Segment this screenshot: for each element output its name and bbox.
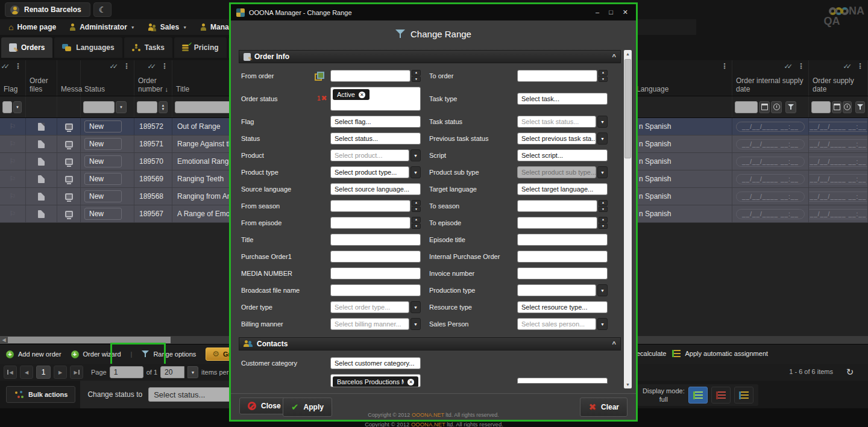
minimize-button[interactable]: – [596, 8, 599, 16]
refresh-button[interactable]: ↻ [843, 366, 857, 379]
column-header-order-files[interactable]: Order files [26, 60, 57, 96]
flag-icon[interactable]: ⚐ [10, 140, 16, 148]
column-header-message[interactable]: Messa [57, 60, 81, 96]
chevron-down-icon[interactable]: ▼ [410, 166, 421, 178]
scroll-left-icon[interactable]: ◀ [0, 336, 8, 344]
scrollbar-thumb[interactable] [8, 337, 171, 343]
monitor-icon[interactable] [65, 158, 73, 165]
double-check-icon[interactable]: ✓✓ [148, 62, 156, 70]
text-input[interactable] [517, 378, 608, 384]
apply-automatic-assignment-button[interactable]: Apply automatic assignment [672, 350, 768, 357]
add-new-order-button[interactable]: Add new order [6, 351, 61, 358]
chevron-down-icon[interactable]: ▼ [597, 116, 608, 128]
combo-input[interactable]: Select target language... [517, 183, 608, 195]
double-check-icon[interactable]: ✓✓ [843, 62, 852, 70]
display-mode-full-button[interactable] [688, 387, 708, 404]
combo-input[interactable]: Select resource type... [517, 301, 608, 313]
filter-button[interactable] [855, 101, 865, 113]
column-menu-icon[interactable]: ⋮ [797, 62, 805, 70]
monitor-icon[interactable] [65, 211, 73, 217]
scrollbar-thumb[interactable] [624, 59, 631, 158]
dark-mode-button[interactable]: ☾ [93, 2, 112, 17]
range-options-button[interactable]: Range options [142, 351, 196, 358]
nav-item-home-page[interactable]: ⌂Home page [2, 19, 62, 35]
scroll-down-icon[interactable]: ▼ [624, 381, 632, 388]
column-menu-icon[interactable]: ⋮ [123, 62, 130, 70]
modal-vertical-scrollbar[interactable]: ▲ ▼ [624, 50, 632, 388]
column-header-flag[interactable]: ✓✓⋮Flag [0, 60, 26, 96]
display-mode-mini-button[interactable] [734, 387, 753, 404]
collapse-icon[interactable]: ^ [612, 53, 616, 60]
pagination-prev-button[interactable]: ◀ [20, 366, 33, 379]
column-menu-icon[interactable]: ⋮ [857, 62, 864, 70]
column-header-order-supply-date[interactable]: ✓✓⋮Order supply date [809, 60, 868, 96]
column-header-order-number[interactable]: ✓✓⋮Order number↓ [134, 60, 172, 96]
order-wizard-button[interactable]: Order wizard [71, 351, 121, 358]
number-input[interactable] [517, 200, 597, 212]
double-check-icon[interactable]: ✓✓ [1, 62, 10, 70]
number-input[interactable] [517, 217, 597, 229]
spinner-icon[interactable]: ▲▼ [599, 70, 608, 82]
combo-input[interactable] [517, 284, 596, 296]
combo-input[interactable]: Select source language... [330, 183, 421, 195]
calendar-button[interactable] [759, 101, 770, 113]
combo-input[interactable]: Select script... [517, 149, 608, 161]
tab-tasks[interactable]: Tasks [124, 37, 172, 58]
filter-button[interactable] [785, 101, 796, 113]
calendar-button[interactable] [832, 101, 841, 113]
document-icon[interactable] [38, 193, 45, 201]
flag-filter-input[interactable] [2, 101, 12, 113]
pagination-current-page[interactable]: 1 [36, 366, 51, 379]
document-icon[interactable] [38, 175, 45, 183]
number-input[interactable] [517, 70, 597, 82]
chevron-down-icon[interactable]: ▼ [410, 149, 421, 161]
modal-titlebar[interactable]: OOONA Manager - Change Range – □ ✕ [231, 4, 636, 20]
spinner-icon[interactable]: ▲▼ [599, 217, 608, 229]
copy-icon[interactable] [315, 72, 323, 80]
spinner-icon[interactable]: ▲▼ [599, 200, 608, 212]
number-filter-input[interactable] [137, 101, 157, 113]
tab-pricing[interactable]: Pricing [174, 37, 227, 58]
chevron-down-icon[interactable]: ▼ [116, 101, 127, 113]
text-input[interactable] [517, 234, 608, 246]
flag-icon[interactable]: ⚐ [10, 122, 16, 131]
combo-input[interactable]: Select task status... [517, 116, 596, 128]
spinner-icon[interactable]: ▲▼ [412, 217, 421, 229]
chevron-down-icon[interactable]: ▼ [13, 101, 22, 113]
combo-input[interactable]: Select status... [330, 132, 421, 145]
nav-item-sales[interactable]: Sales▼ [142, 19, 193, 35]
bulk-actions-button[interactable]: Bulk actions [6, 386, 75, 403]
monitor-icon[interactable] [65, 193, 73, 200]
combo-input[interactable]: Select product type... [330, 166, 409, 178]
collapse-icon[interactable]: ^ [612, 340, 616, 348]
clock-button[interactable] [843, 101, 852, 113]
column-menu-icon[interactable]: ⋮ [14, 62, 22, 70]
combo-input[interactable]: Select previous task sta... [517, 132, 596, 145]
flag-icon[interactable]: ⚐ [10, 175, 16, 183]
tab-languages[interactable]: Languages [54, 37, 122, 58]
user-pill[interactable]: Renato Barcelos [5, 2, 90, 17]
text-input[interactable] [330, 251, 421, 263]
combo-input[interactable]: Select sales person... [517, 318, 596, 330]
text-input[interactable] [330, 267, 421, 279]
tags-input[interactable]: Barcelos Productions M✕ [330, 374, 421, 387]
date-filter-input[interactable] [811, 101, 831, 113]
chevron-down-icon[interactable]: ▼ [597, 166, 608, 178]
combo-input[interactable]: Select product sub type... [517, 166, 596, 178]
pagination-last-button[interactable]: ▶ [70, 366, 83, 379]
column-menu-icon[interactable]: ⋮ [721, 62, 728, 70]
document-icon[interactable] [38, 158, 45, 166]
scroll-up-icon[interactable]: ▲ [624, 50, 632, 58]
text-input[interactable] [330, 234, 421, 246]
remove-tag-icon[interactable]: ✕ [359, 92, 365, 98]
combo-input[interactable]: Select product... [330, 149, 409, 161]
chevron-down-icon[interactable]: ▼ [410, 301, 421, 313]
remove-tag-icon[interactable]: ✕ [407, 379, 414, 385]
spinner-icon[interactable]: ▲▼ [412, 200, 421, 212]
text-input[interactable] [517, 251, 608, 263]
flag-icon[interactable]: ⚐ [10, 192, 16, 201]
chevron-down-icon[interactable]: ▼ [597, 318, 608, 330]
section-header-contacts[interactable]: Contacts^ [239, 337, 621, 351]
chevron-down-icon[interactable]: ▼ [187, 366, 198, 378]
page-size-select[interactable]: 20 [160, 366, 184, 378]
